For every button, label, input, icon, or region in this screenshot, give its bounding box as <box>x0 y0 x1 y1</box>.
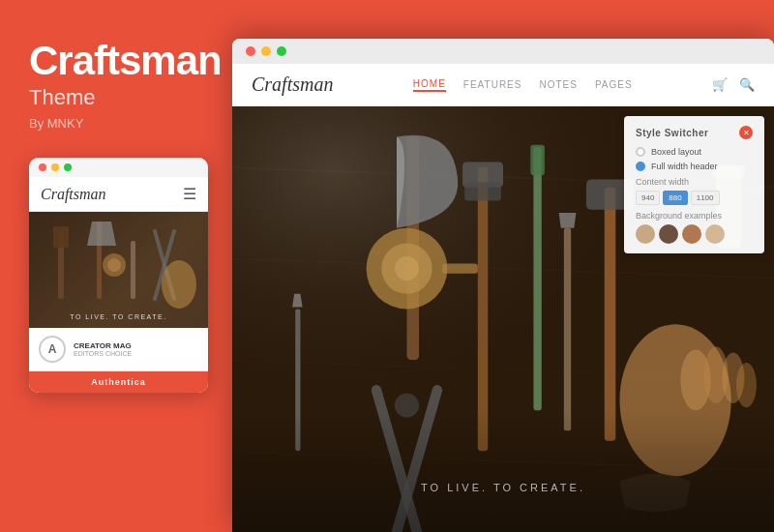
switcher-option-fullwidth[interactable]: Full width header <box>636 162 753 171</box>
style-switcher-panel: Style Switcher ✕ Boxed layout Full width… <box>624 116 764 253</box>
mobile-nav: Craftsman ☰ <box>29 177 208 212</box>
bg-swatch-1[interactable] <box>636 224 655 244</box>
svg-marker-31 <box>559 213 577 228</box>
badge-letter: A <box>48 342 57 356</box>
radio-boxed[interactable] <box>636 147 645 157</box>
svg-rect-2 <box>53 226 69 248</box>
browser-nav-links: HOME FEATURES NOTES PAGES <box>413 78 633 92</box>
bg-swatch-3[interactable] <box>682 224 701 244</box>
brand-author: By MNKY <box>29 116 203 131</box>
width-btn-880[interactable]: 880 <box>663 191 687 205</box>
mobile-dot-yellow <box>51 163 59 171</box>
nav-link-features[interactable]: FEATURES <box>463 79 522 90</box>
nav-link-pages[interactable]: PAGES <box>595 79 633 90</box>
svg-rect-5 <box>131 241 135 299</box>
search-icon[interactable]: 🔍 <box>739 77 755 92</box>
badge-circle: A <box>39 336 66 363</box>
mobile-tools-svg <box>29 212 208 328</box>
badge-sublabel: EDITORS CHOICE <box>74 350 132 357</box>
svg-point-10 <box>162 260 196 309</box>
hero-text-overlay: TO LIVE. TO CREATE. <box>232 482 774 493</box>
bg-examples-label: Background examples <box>636 211 753 221</box>
radio-fullwidth[interactable] <box>636 162 645 171</box>
browser-logo: Craftsman <box>252 74 333 96</box>
nav-link-home[interactable]: HOME <box>413 78 446 92</box>
hamburger-icon[interactable]: ☰ <box>183 185 196 203</box>
bg-swatch-4[interactable] <box>705 224 725 244</box>
brand-subtitle: Theme <box>29 85 203 110</box>
option-label-fullwidth: Full width header <box>651 162 718 171</box>
svg-point-9 <box>107 258 121 272</box>
content-width-label: Content width <box>636 177 753 187</box>
mobile-hero-text: TO LIVE. TO CREATE. <box>29 313 208 320</box>
badge-text-group: CREATOR MAG EDITORS CHOICE <box>74 341 132 357</box>
brand-title: Craftsman <box>29 39 203 83</box>
bg-swatch-2[interactable] <box>659 224 678 244</box>
switcher-header: Style Switcher ✕ <box>636 126 753 139</box>
mobile-dot-green <box>64 163 72 171</box>
svg-marker-4 <box>87 222 116 246</box>
nav-icons: 🛒 🔍 <box>712 77 755 92</box>
switcher-close-button[interactable]: ✕ <box>739 126 753 139</box>
browser-dot-red <box>246 46 255 56</box>
browser-dot-green <box>277 46 286 56</box>
option-label-boxed: Boxed layout <box>651 147 701 157</box>
svg-rect-20 <box>464 183 501 201</box>
right-panel: Craftsman HOME FEATURES NOTES PAGES 🛒 🔍 <box>232 0 774 532</box>
left-panel: Craftsman Theme By MNKY Craftsman ☰ <box>0 0 232 532</box>
svg-rect-30 <box>564 228 571 431</box>
cart-icon[interactable]: 🛒 <box>712 77 728 92</box>
svg-rect-18 <box>478 167 488 451</box>
badge-label: CREATOR MAG <box>74 341 132 350</box>
browser-hero: TO LIVE. TO CREATE. Style Switcher ✕ Box… <box>232 106 774 532</box>
mobile-mockup: Craftsman ☰ <box>29 158 208 393</box>
browser-titlebar <box>232 39 774 64</box>
svg-rect-29 <box>530 145 545 175</box>
svg-point-38 <box>736 363 757 407</box>
svg-rect-48 <box>232 410 774 532</box>
svg-point-23 <box>395 256 419 281</box>
width-buttons: 940 880 1100 <box>636 191 753 205</box>
mobile-cta-button[interactable]: Authentica <box>29 371 208 393</box>
mobile-badge-area: A CREATOR MAG EDITORS CHOICE <box>29 328 208 371</box>
browser-nav: Craftsman HOME FEATURES NOTES PAGES 🛒 🔍 <box>232 64 774 106</box>
mobile-hero: TO LIVE. TO CREATE. <box>29 212 208 328</box>
mobile-dot-red <box>39 163 46 171</box>
svg-rect-32 <box>605 188 616 441</box>
mobile-titlebar <box>29 158 208 177</box>
svg-rect-24 <box>442 263 478 273</box>
browser-dot-yellow <box>261 46 271 56</box>
svg-rect-28 <box>533 147 541 410</box>
width-btn-1100[interactable]: 1100 <box>691 191 720 205</box>
width-btn-940[interactable]: 940 <box>636 191 660 205</box>
bg-swatches <box>636 224 753 244</box>
switcher-option-boxed[interactable]: Boxed layout <box>636 147 753 157</box>
mobile-logo: Craftsman <box>41 186 106 203</box>
nav-link-notes[interactable]: NOTES <box>539 79 577 90</box>
switcher-title: Style Switcher <box>636 128 708 138</box>
browser-mockup: Craftsman HOME FEATURES NOTES PAGES 🛒 🔍 <box>232 39 774 532</box>
